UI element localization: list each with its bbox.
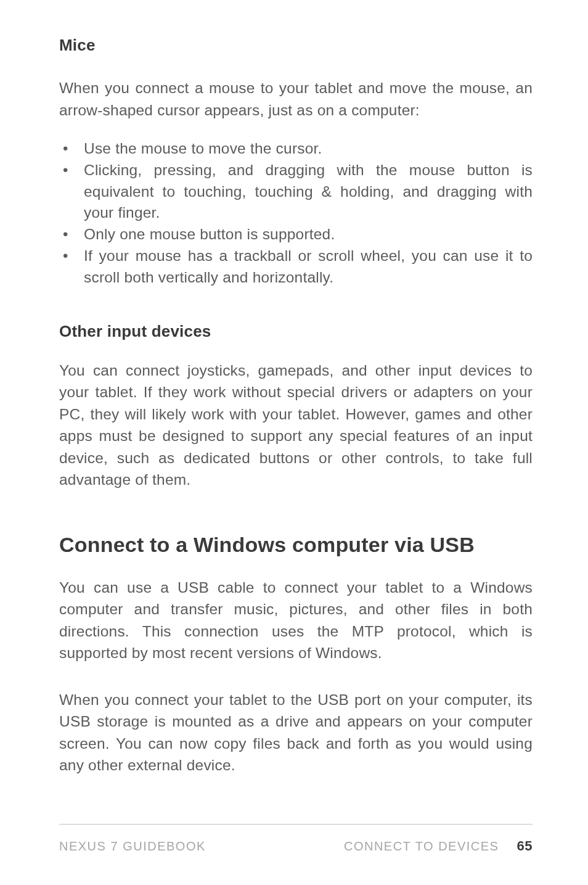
heading-mice: Mice bbox=[59, 36, 533, 55]
footer-book-title: NEXUS 7 GUIDEBOOK bbox=[59, 839, 206, 854]
bullet-list-mice: Use the mouse to move the cursor. Clicki… bbox=[59, 138, 533, 288]
paragraph-other-input: You can connect joysticks, gamepads, and… bbox=[59, 360, 533, 491]
list-item: Use the mouse to move the cursor. bbox=[59, 138, 533, 160]
page-footer: NEXUS 7 GUIDEBOOK CONNECT TO DEVICES 65 bbox=[59, 824, 533, 854]
list-item: If your mouse has a trackball or scroll … bbox=[59, 245, 533, 289]
paragraph-usb-2: When you connect your tablet to the USB … bbox=[59, 689, 533, 776]
footer-page-number: 65 bbox=[517, 838, 533, 854]
heading-other-input: Other input devices bbox=[59, 322, 533, 341]
paragraph-usb-1: You can use a USB cable to connect your … bbox=[59, 577, 533, 664]
footer-row: NEXUS 7 GUIDEBOOK CONNECT TO DEVICES 65 bbox=[59, 838, 533, 854]
list-item: Only one mouse button is supported. bbox=[59, 224, 533, 245]
list-item: Clicking, pressing, and dragging with th… bbox=[59, 160, 533, 224]
heading-usb: Connect to a Windows computer via USB bbox=[59, 533, 533, 557]
page-content: Mice When you connect a mouse to your ta… bbox=[0, 0, 588, 776]
footer-divider bbox=[59, 824, 533, 825]
paragraph-mice-intro: When you connect a mouse to your tablet … bbox=[59, 77, 533, 121]
footer-chapter-label: CONNECT TO DEVICES bbox=[344, 839, 499, 853]
footer-chapter: CONNECT TO DEVICES 65 bbox=[344, 838, 533, 854]
